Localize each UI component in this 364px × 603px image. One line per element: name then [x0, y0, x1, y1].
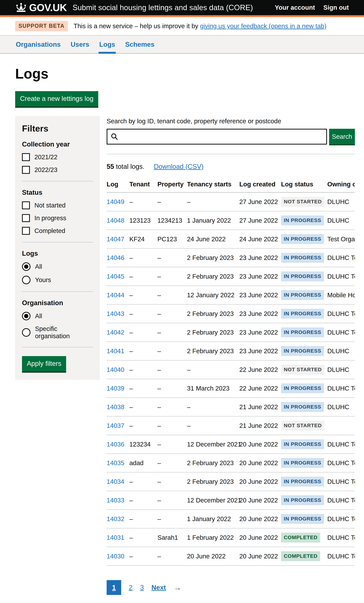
cell-log-created: 23 June 2022	[239, 248, 281, 267]
pagination: 123Next→	[107, 580, 355, 595]
filter-heading-collection-year: Collection year	[22, 140, 93, 148]
page-3[interactable]: 3	[140, 584, 144, 591]
cell-log-status: IN PROGRESS	[281, 230, 327, 248]
next-arrow-icon[interactable]: →	[174, 583, 181, 592]
cell-log: 14032	[107, 510, 129, 528]
status-badge: IN PROGRESS	[281, 514, 324, 524]
cell-log-created: 21 June 2022	[239, 398, 281, 416]
cell-tenancy-starts: 2 February 2023	[187, 454, 239, 472]
table-row: 14034––2 February 202320 June 2022IN PRO…	[107, 472, 355, 491]
page-1[interactable]: 1	[107, 580, 121, 595]
service-name-link[interactable]: Submit social housing lettings and sales…	[72, 3, 253, 12]
page-2[interactable]: 2	[129, 584, 132, 591]
log-id-link[interactable]: 14044	[107, 291, 124, 299]
filter-option[interactable]: Completed	[22, 227, 93, 235]
log-id-link[interactable]: 14043	[107, 310, 124, 317]
cell-property: –	[157, 379, 187, 398]
cell-log-status: IN PROGRESS	[281, 379, 327, 398]
download-csv-link[interactable]: Download (CSV)	[154, 163, 204, 170]
radio-specific-organisation[interactable]	[22, 328, 31, 337]
apply-filters-button[interactable]: Apply filters	[22, 356, 66, 371]
checkbox-2021-22[interactable]	[22, 153, 30, 161]
cell-owning-organisation: DLUHC Test	[327, 547, 355, 566]
nav-tab-logs[interactable]: Logs	[99, 35, 116, 54]
next-page-link[interactable]: Next	[151, 584, 166, 591]
table-row: 14030––20 June 202220 June 2022COMPLETED…	[107, 547, 355, 566]
filter-option-label: Yours	[35, 276, 51, 284]
cell-log: 14030	[107, 547, 129, 566]
filter-option[interactable]: 2021/22	[22, 153, 93, 161]
cell-tenant: –	[129, 472, 157, 491]
search-button[interactable]: Search	[329, 129, 355, 145]
cell-log-status: IN PROGRESS	[281, 342, 327, 360]
log-id-link[interactable]: 14046	[107, 254, 124, 261]
nav-tab-schemes[interactable]: Schemes	[125, 35, 155, 54]
log-id-link[interactable]: 14038	[107, 403, 124, 411]
sign-out-link[interactable]: Sign out	[323, 4, 349, 11]
cell-owning-organisation: DLUHC	[327, 192, 355, 211]
table-row: 14044––12 January 202223 June 2022IN PRO…	[107, 286, 355, 304]
radio-all[interactable]	[22, 262, 31, 271]
log-id-link[interactable]: 14030	[107, 553, 124, 560]
cell-tenant: –	[129, 360, 157, 379]
phase-banner-text: This is a new service – help us improve …	[73, 23, 326, 30]
log-id-link[interactable]: 14039	[107, 385, 124, 392]
nav-tab-organisations[interactable]: Organisations	[15, 35, 61, 54]
your-account-link[interactable]: Your account	[275, 4, 315, 11]
log-id-link[interactable]: 14037	[107, 422, 124, 429]
checkbox-2022-23[interactable]	[22, 166, 30, 174]
cell-owning-organisation: DLUHC Test	[327, 472, 355, 491]
cell-log-status: NOT STARTED	[281, 360, 327, 379]
log-id-link[interactable]: 14049	[107, 198, 124, 205]
cell-tenant: –	[129, 286, 157, 304]
log-id-link[interactable]: 14031	[107, 534, 124, 541]
filters-divider	[22, 291, 93, 292]
log-id-link[interactable]: 14041	[107, 348, 124, 355]
cell-log-status: IN PROGRESS	[281, 248, 327, 267]
filter-option[interactable]: All	[22, 262, 93, 271]
header-logo[interactable]: GOV.UK Submit social housing lettings an…	[15, 2, 253, 13]
cell-property: –	[157, 510, 187, 528]
log-id-link[interactable]: 14034	[107, 478, 124, 485]
log-id-link[interactable]: 14033	[107, 497, 124, 504]
cell-owning-organisation: DLUHC Test	[327, 435, 355, 454]
status-badge: NOT STARTED	[281, 197, 324, 207]
radio-yours[interactable]	[22, 276, 31, 284]
cell-tenancy-starts: –	[187, 192, 239, 211]
cell-owning-organisation: DLUHC Test	[327, 323, 355, 342]
log-id-link[interactable]: 14036	[107, 441, 124, 448]
cell-log-created: 24 June 2022	[239, 230, 281, 248]
checkbox-in-progress[interactable]	[22, 214, 30, 222]
logs-table-header-row: LogTenantPropertyTenancy startsLog creat…	[107, 176, 355, 192]
logs-table: LogTenantPropertyTenancy startsLog creat…	[107, 176, 355, 566]
cell-tenancy-starts: 2 February 2023	[187, 248, 239, 267]
cell-tenant: –	[129, 304, 157, 323]
cell-log-status: IN PROGRESS	[281, 286, 327, 304]
filter-option[interactable]: All	[22, 312, 93, 320]
cell-tenancy-starts: 2 February 2023	[187, 472, 239, 491]
filter-option[interactable]: Not started	[22, 201, 93, 209]
filter-groups: Collection year2021/222022/23StatusNot s…	[22, 140, 93, 347]
filter-option-label: Specific organisation	[35, 325, 93, 340]
log-id-link[interactable]: 14047	[107, 235, 124, 243]
cell-log-status: IN PROGRESS	[281, 211, 327, 230]
log-id-link[interactable]: 14032	[107, 515, 124, 522]
checkbox-completed[interactable]	[22, 227, 30, 235]
cell-log-status: NOT STARTED	[281, 192, 327, 211]
filter-option[interactable]: In progress	[22, 214, 93, 222]
nav-tab-users[interactable]: Users	[70, 35, 90, 54]
log-id-link[interactable]: 14040	[107, 366, 124, 373]
filter-option[interactable]: Specific organisation	[22, 325, 93, 340]
log-id-link[interactable]: 14045	[107, 273, 124, 280]
log-id-link[interactable]: 14035	[107, 459, 124, 466]
log-id-link[interactable]: 14042	[107, 329, 124, 336]
checkbox-not-started[interactable]	[22, 201, 30, 209]
cell-tenant: adad	[129, 454, 157, 472]
create-lettings-log-button[interactable]: Create a new lettings log	[15, 91, 98, 107]
log-id-link[interactable]: 14048	[107, 217, 124, 224]
feedback-link[interactable]: giving us your feedback (opens in a new …	[200, 23, 327, 30]
radio-all[interactable]	[22, 312, 31, 320]
filter-option[interactable]: Yours	[22, 276, 93, 284]
search-input[interactable]	[107, 129, 327, 145]
filter-option[interactable]: 2022/23	[22, 166, 93, 174]
